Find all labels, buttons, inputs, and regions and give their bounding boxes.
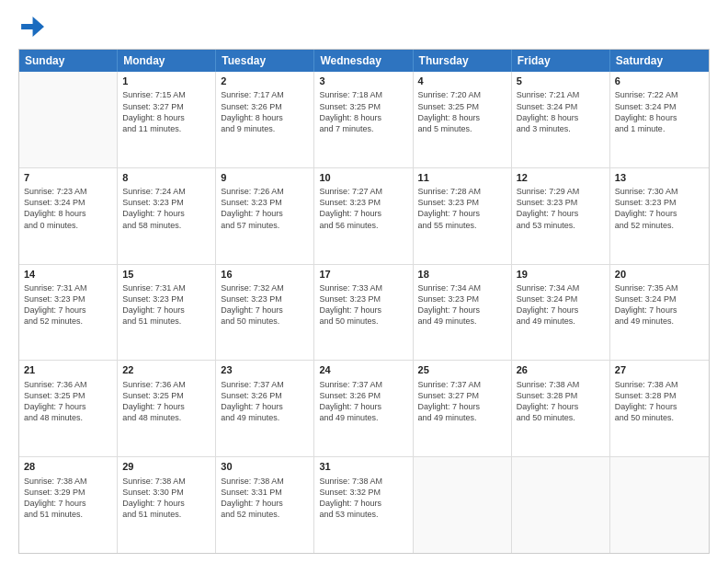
day-number: 2 bbox=[221, 75, 309, 88]
cell-line: Sunset: 3:25 PM bbox=[319, 101, 407, 112]
cell-line: Daylight: 8 hours bbox=[319, 112, 407, 123]
cell-line: Sunset: 3:23 PM bbox=[221, 197, 309, 208]
day-number: 20 bbox=[615, 268, 704, 282]
calendar-cell: 14Sunrise: 7:31 AMSunset: 3:23 PMDayligh… bbox=[19, 265, 118, 361]
calendar-cell: 18Sunrise: 7:34 AMSunset: 3:23 PMDayligh… bbox=[414, 265, 512, 361]
calendar-cell: 26Sunrise: 7:38 AMSunset: 3:28 PMDayligh… bbox=[512, 361, 610, 456]
cell-line: Sunset: 3:23 PM bbox=[517, 197, 605, 208]
cell-line: Sunrise: 7:28 AM bbox=[418, 186, 506, 197]
day-number: 12 bbox=[517, 171, 605, 185]
cell-line: Daylight: 7 hours bbox=[319, 498, 407, 509]
cell-line: and 56 minutes. bbox=[319, 220, 407, 231]
calendar-cell bbox=[19, 72, 118, 167]
cell-line: and 55 minutes. bbox=[418, 220, 506, 231]
day-number: 22 bbox=[122, 363, 210, 377]
day-number: 4 bbox=[418, 75, 506, 88]
day-number: 11 bbox=[418, 171, 506, 185]
calendar-cell: 7Sunrise: 7:23 AMSunset: 3:24 PMDaylight… bbox=[19, 168, 118, 264]
day-number: 5 bbox=[517, 75, 605, 88]
calendar-cell: 6Sunrise: 7:22 AMSunset: 3:24 PMDaylight… bbox=[610, 72, 709, 167]
cell-line: and 50 minutes. bbox=[517, 412, 605, 423]
calendar-header-day: Wednesday bbox=[314, 50, 413, 72]
cell-line: and 50 minutes. bbox=[221, 316, 309, 327]
cell-line: Sunrise: 7:38 AM bbox=[221, 476, 309, 487]
cell-line: Sunrise: 7:22 AM bbox=[615, 89, 704, 100]
cell-line: Sunrise: 7:37 AM bbox=[418, 379, 506, 390]
cell-line: and 52 minutes. bbox=[24, 316, 112, 327]
cell-line: and 49 minutes. bbox=[221, 412, 309, 423]
cell-line: Sunrise: 7:36 AM bbox=[122, 379, 210, 390]
cell-line: Daylight: 7 hours bbox=[221, 304, 309, 316]
cell-line: and 52 minutes. bbox=[221, 509, 309, 520]
calendar-row: 7Sunrise: 7:23 AMSunset: 3:24 PMDaylight… bbox=[19, 168, 709, 265]
day-number: 9 bbox=[221, 171, 309, 185]
cell-line: Daylight: 7 hours bbox=[517, 304, 605, 316]
cell-line: Sunrise: 7:38 AM bbox=[24, 476, 112, 487]
cell-line: Sunset: 3:24 PM bbox=[615, 293, 704, 304]
day-number: 26 bbox=[517, 363, 605, 377]
logo-icon bbox=[18, 14, 44, 40]
cell-line: Sunrise: 7:38 AM bbox=[122, 476, 210, 487]
calendar-body: 1Sunrise: 7:15 AMSunset: 3:27 PMDaylight… bbox=[19, 72, 709, 553]
calendar-cell: 3Sunrise: 7:18 AMSunset: 3:25 PMDaylight… bbox=[314, 72, 413, 167]
day-number: 18 bbox=[418, 268, 506, 282]
cell-line: and 51 minutes. bbox=[24, 509, 112, 520]
cell-line: Daylight: 7 hours bbox=[418, 304, 506, 316]
day-number: 1 bbox=[122, 75, 210, 88]
cell-line: Sunset: 3:25 PM bbox=[418, 101, 506, 112]
cell-line: and 49 minutes. bbox=[517, 316, 605, 327]
day-number: 8 bbox=[122, 171, 210, 185]
cell-line: Sunset: 3:24 PM bbox=[24, 197, 112, 208]
calendar-header-day: Sunday bbox=[19, 50, 118, 72]
cell-line: Sunset: 3:23 PM bbox=[418, 293, 506, 304]
cell-line: Daylight: 8 hours bbox=[615, 112, 704, 123]
cell-line: Daylight: 8 hours bbox=[418, 112, 506, 123]
cell-line: Daylight: 7 hours bbox=[319, 401, 407, 412]
cell-line: Sunset: 3:27 PM bbox=[122, 101, 210, 112]
cell-line: Sunrise: 7:36 AM bbox=[24, 379, 112, 390]
cell-line: Sunrise: 7:34 AM bbox=[517, 282, 605, 293]
calendar-header-day: Tuesday bbox=[216, 50, 314, 72]
cell-line: Daylight: 7 hours bbox=[418, 208, 506, 219]
day-number: 23 bbox=[221, 363, 309, 377]
calendar-header: SundayMondayTuesdayWednesdayThursdayFrid… bbox=[19, 50, 709, 72]
day-number: 25 bbox=[418, 363, 506, 377]
cell-line: Daylight: 7 hours bbox=[122, 401, 210, 412]
cell-line: Sunrise: 7:38 AM bbox=[517, 379, 605, 390]
calendar-cell: 27Sunrise: 7:38 AMSunset: 3:28 PMDayligh… bbox=[610, 361, 709, 456]
cell-line: and 51 minutes. bbox=[122, 509, 210, 520]
calendar-cell: 31Sunrise: 7:38 AMSunset: 3:32 PMDayligh… bbox=[314, 457, 413, 553]
day-number: 16 bbox=[221, 268, 309, 282]
day-number: 21 bbox=[24, 363, 112, 377]
calendar-cell: 22Sunrise: 7:36 AMSunset: 3:25 PMDayligh… bbox=[118, 361, 216, 456]
day-number: 6 bbox=[615, 75, 704, 88]
day-number: 19 bbox=[517, 268, 605, 282]
calendar-cell: 17Sunrise: 7:33 AMSunset: 3:23 PMDayligh… bbox=[314, 265, 413, 361]
cell-line: Sunset: 3:23 PM bbox=[418, 197, 506, 208]
cell-line: and 5 minutes. bbox=[418, 123, 506, 134]
day-number: 30 bbox=[221, 460, 309, 474]
cell-line: Daylight: 7 hours bbox=[221, 498, 309, 509]
cell-line: and 51 minutes. bbox=[122, 316, 210, 327]
cell-line: Sunset: 3:23 PM bbox=[221, 293, 309, 304]
cell-line: Sunset: 3:24 PM bbox=[615, 101, 704, 112]
cell-line: Sunset: 3:26 PM bbox=[221, 390, 309, 401]
cell-line: Sunrise: 7:15 AM bbox=[122, 89, 210, 100]
day-number: 13 bbox=[615, 171, 704, 185]
cell-line: Sunset: 3:26 PM bbox=[319, 390, 407, 401]
cell-line: Sunset: 3:30 PM bbox=[122, 487, 210, 498]
cell-line: and 3 minutes. bbox=[517, 123, 605, 134]
cell-line: Sunrise: 7:30 AM bbox=[615, 186, 704, 197]
calendar-cell: 9Sunrise: 7:26 AMSunset: 3:23 PMDaylight… bbox=[216, 168, 314, 264]
cell-line: Sunset: 3:23 PM bbox=[24, 293, 112, 304]
calendar-cell: 15Sunrise: 7:31 AMSunset: 3:23 PMDayligh… bbox=[118, 265, 216, 361]
calendar-row: 14Sunrise: 7:31 AMSunset: 3:23 PMDayligh… bbox=[19, 265, 709, 362]
cell-line: Daylight: 7 hours bbox=[319, 304, 407, 316]
cell-line: Daylight: 7 hours bbox=[615, 304, 704, 316]
cell-line: Sunset: 3:26 PM bbox=[221, 101, 309, 112]
calendar-cell: 8Sunrise: 7:24 AMSunset: 3:23 PMDaylight… bbox=[118, 168, 216, 264]
day-number: 14 bbox=[24, 268, 112, 282]
calendar-cell: 2Sunrise: 7:17 AMSunset: 3:26 PMDaylight… bbox=[216, 72, 314, 167]
cell-line: Sunset: 3:25 PM bbox=[122, 390, 210, 401]
day-number: 28 bbox=[24, 460, 112, 474]
